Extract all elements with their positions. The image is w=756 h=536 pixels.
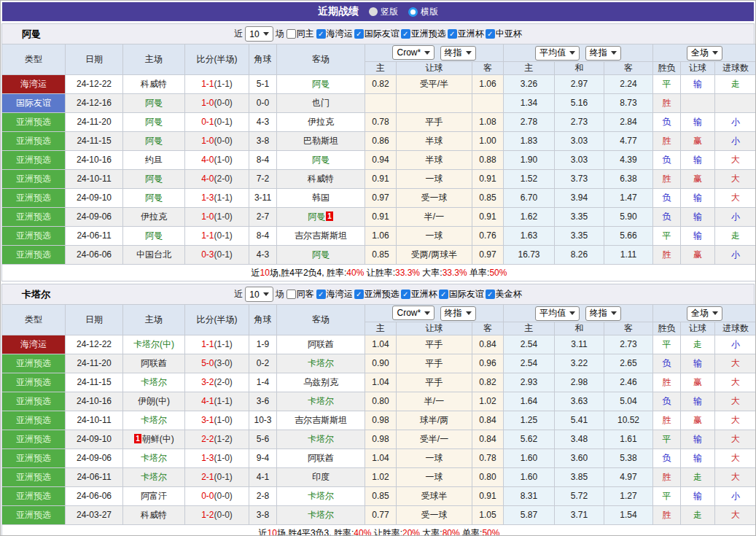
match-date: 24-12-22 [66,335,123,354]
odds-company-select[interactable]: Crow* [392,306,434,320]
match-count-select[interactable]: 10 [245,26,273,42]
avg-stage-select[interactable]: 终指 [585,306,621,321]
checkbox-checked-icon[interactable]: ✓ [316,290,326,299]
chevron-down-icon [569,51,575,55]
checkbox-checked-icon[interactable]: ✓ [401,290,410,299]
away-team: 吉尔吉斯斯坦 [277,227,365,246]
checkbox-unchecked-icon[interactable] [287,29,296,39]
match-type: 海湾运 [2,335,66,354]
summary-stat-value: 80% [443,528,460,536]
match-type: 亚洲预选 [2,430,66,449]
league-checkbox-item[interactable]: ✓国际友谊 [439,288,484,300]
match-type: 亚洲预选 [2,132,66,151]
checkbox-checked-icon[interactable]: ✓ [316,29,326,39]
league-checkbox-item[interactable]: ✓亚洲预选 [354,288,400,300]
match-row: 亚洲预选24-11-15卡塔尔3-2(2-0)1-4乌兹别克1.04平手0.82… [2,373,756,392]
league-checkbox-item[interactable]: ✓海湾运 [316,288,353,300]
result-wdl: 胜 [653,373,681,392]
avg-draw: 3.94 [555,189,604,208]
scope-select[interactable]: 全场 [687,46,722,61]
away-team: 伊拉克 [277,113,365,132]
odds-away: 1.06 [472,75,504,94]
checkbox-checked-icon[interactable]: ✓ [439,290,448,299]
halftime-score: (0-1) [214,249,233,260]
halftime-score: (1-0) [214,415,233,425]
avg-source-select[interactable]: 平均值 [535,46,580,61]
match-type: 亚洲预选 [2,468,66,487]
away-team: 卡塔尔 [277,487,365,506]
fulltime-score: 0-3 [201,249,214,260]
checkbox-unchecked-icon[interactable] [287,290,296,299]
away-team: 也门 [277,94,365,113]
odds-stage-select[interactable]: 终指 [440,306,476,321]
avg-draw: 2.97 [555,75,604,94]
odds-away: 0.84 [472,430,504,449]
halftime-score: (0-0) [214,98,233,108]
col-avg-home: 主 [504,322,555,335]
summary-stat-label: 近 [252,268,260,278]
result-handicap: 赢 [681,411,715,430]
odds-company-select[interactable]: Crow* [392,45,434,60]
corner-score: 8-4 [249,151,277,170]
odds-away: 0.80 [472,468,504,487]
odds-home: 1.04 [365,335,397,354]
radio-selected-icon[interactable] [408,7,418,17]
result-goals: 大 [715,151,756,170]
avg-source-select[interactable]: 平均值 [535,306,580,321]
result-handicap: 输 [681,113,715,132]
fulltime-score: 0-1 [201,117,214,127]
col-avg-away: 客 [604,322,653,335]
corner-score: 1-4 [249,373,277,392]
home-team: 中国台北 [123,246,185,265]
checkbox-checked-icon[interactable]: ✓ [448,29,457,39]
odds-home: 0.91 [365,208,397,227]
odds-stage-select[interactable]: 终指 [440,46,476,61]
odds-handicap: 受两/两球半 [397,246,472,265]
match-date: 24-09-06 [66,449,123,468]
result-handicap: 输 [681,354,715,373]
league-checkbox-item[interactable]: ✓海湾运 [316,28,353,40]
chevron-down-icon [569,311,575,315]
checkbox-checked-icon[interactable]: ✓ [354,29,364,39]
odds-handicap: 半球 [397,132,472,151]
away-team: 卡塔尔 [277,430,365,449]
league-checkbox-item[interactable]: ✓中亚杯 [486,28,522,40]
col-corner: 角球 [249,305,277,335]
layout-vertical-radio[interactable]: 竖版 [369,6,398,18]
summary-text: 近10场,胜4平3负3, 胜率:40% 让胜率:20% 大率:80% 单率:50… [2,525,756,536]
team-label: 乌兹别克 [303,377,338,387]
odds-selects-cell: Crow* 终指 [365,44,504,62]
team-label: 中国台北 [136,249,171,260]
match-type: 国际友谊 [2,94,66,113]
scope-select[interactable]: 全场 [687,306,722,321]
checkbox-checked-icon[interactable]: ✓ [486,290,495,299]
league-checkbox-item[interactable]: ✓亚洲杯 [401,288,437,300]
league-checkbox-item[interactable]: ✓亚洲预选 [401,28,446,40]
team-label: 卡塔尔 [141,453,167,463]
chevron-down-icon [424,311,430,315]
match-row: 亚洲预选24-03-27科威特1-2(0-0)3-8卡塔尔0.77受一球1.05… [2,506,756,525]
team-label: 阿曼 [145,117,163,127]
odds-home: 1.06 [365,227,397,246]
same-venue-checkbox-item[interactable]: 同客 [287,288,314,300]
layout-horizontal-radio[interactable]: 横版 [408,6,438,18]
away-team: 巴勒斯坦 [277,132,365,151]
matches-label: 场 [276,288,284,300]
checkbox-checked-icon[interactable]: ✓ [354,290,364,299]
match-count-select[interactable]: 10 [245,287,273,302]
same-venue-checkbox-item[interactable]: 同主 [287,28,314,40]
radio-unselected-icon[interactable] [369,7,378,16]
avg-away: 2.24 [604,75,653,94]
summary-stat-label: 让胜率: [371,528,402,536]
league-label: 亚洲杯 [411,288,437,300]
checkbox-checked-icon[interactable]: ✓ [486,29,495,39]
league-checkbox-item[interactable]: ✓美金杯 [486,288,522,300]
league-filter-list: ✓海湾运✓国际友谊✓亚洲预选✓亚洲杯✓中亚杯 [316,28,522,40]
league-label: 亚洲预选 [411,28,446,40]
avg-away: 6.38 [604,170,653,189]
league-checkbox-item[interactable]: ✓亚洲杯 [448,28,484,40]
league-checkbox-item[interactable]: ✓国际友谊 [354,28,400,40]
avg-draw: 3.73 [555,170,604,189]
checkbox-checked-icon[interactable]: ✓ [401,29,410,39]
avg-stage-select[interactable]: 终指 [585,46,621,61]
